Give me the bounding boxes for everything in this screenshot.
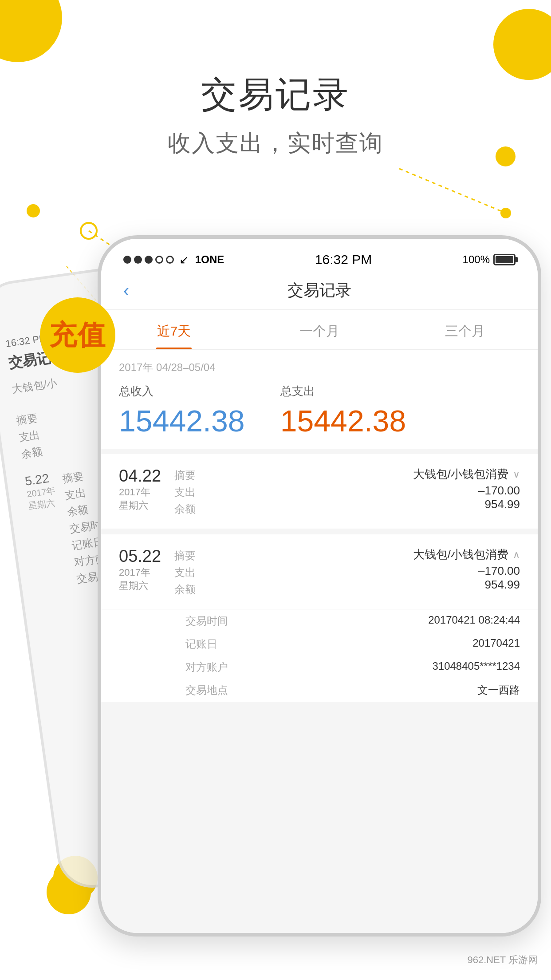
deco-circle-left-mid (27, 204, 40, 217)
battery-icon (493, 254, 516, 265)
trans-week-1: 星期六 (119, 499, 161, 512)
signal-dot-5 (166, 256, 174, 264)
expense-amount: 15442.38 (280, 403, 406, 438)
nav-bar: ‹ 交易记录 (101, 272, 538, 310)
detail-location-label: 交易地点 (185, 683, 228, 697)
label-expense-1: 支出 (174, 485, 196, 499)
detail-location: 交易地点 文一西路 (101, 679, 538, 702)
detail-counterpart-value: 31048405****1234 (432, 660, 520, 674)
label-expense-2: 支出 (174, 565, 196, 580)
transaction-section-2: 05.22 2017年 星期六 摘要 支出 余额 大钱包/小钱包消费 ∧ (101, 534, 538, 702)
trans-year-1: 2017年 (119, 486, 161, 499)
tab-1month[interactable]: 一个月 (247, 310, 392, 349)
detail-trans-time-value: 20170421 08:24:44 (428, 614, 520, 628)
status-right: 100% (463, 253, 516, 266)
chongzhi-badge[interactable]: 充值 (40, 297, 115, 373)
detail-account-date-value: 20170421 (472, 637, 520, 651)
trans-right-1: 大钱包/小钱包消费 ∨ –170.00 954.99 (413, 466, 520, 511)
transaction-row-1[interactable]: 04.22 2017年 星期六 摘要 支出 余额 大钱包/小钱包消费 ∨ (101, 454, 538, 529)
date-range-section: 2017年 04/28–05/04 总收入 15442.38 总支出 15442… (101, 350, 538, 449)
status-time: 16:32 PM (315, 252, 372, 267)
tab-bar: 近7天 一个月 三个月 (101, 310, 538, 350)
chevron-down-icon-1[interactable]: ∨ (513, 469, 520, 480)
label-summary-2: 摘要 (174, 549, 196, 563)
label-summary-1: 摘要 (174, 468, 196, 482)
detail-trans-time-label: 交易时间 (185, 614, 228, 628)
trans-day-1: 04.22 (119, 466, 161, 486)
trans-labels-2: 摘要 支出 余额 (174, 547, 196, 597)
income-summary: 总收入 15442.38 (119, 383, 245, 438)
trans-left-1: 04.22 2017年 星期六 摘要 支出 余额 (119, 466, 196, 516)
trans-right-2: 大钱包/小钱包消费 ∧ –170.00 954.99 (413, 547, 520, 592)
trans-amount-2: –170.00 (413, 564, 520, 578)
trans-date-1: 04.22 2017年 星期六 (119, 466, 161, 516)
status-left: ↙ 1ONE (123, 253, 224, 267)
trans-summary-text-1: 大钱包/小钱包消费 (413, 466, 508, 482)
signal-dot-2 (134, 256, 142, 264)
detail-trans-time: 交易时间 20170421 08:24:44 (101, 609, 538, 632)
watermark: 962.NET 乐游网 (467, 953, 538, 967)
sub-title: 收入支出，实时查询 (0, 128, 551, 159)
carrier-label: 1ONE (195, 253, 224, 266)
detail-account-date-label: 记账日 (185, 637, 217, 651)
trans-left-2: 05.22 2017年 星期六 摘要 支出 余额 (119, 547, 196, 597)
trans-labels-1: 摘要 支出 余额 (174, 466, 196, 516)
trans-summary-2: 大钱包/小钱包消费 ∧ (413, 547, 520, 562)
trans-balance-2: 954.99 (413, 578, 520, 592)
trans-balance-1: 954.99 (413, 498, 520, 511)
label-balance-1: 余额 (174, 502, 196, 516)
summary-row: 总收入 15442.38 总支出 15442.38 (119, 383, 520, 438)
title-area: 交易记录 收入支出，实时查询 (0, 71, 551, 159)
deco-circle-top-left (0, 0, 62, 62)
income-amount: 15442.38 (119, 403, 245, 438)
detail-counterpart: 对方账户 31048405****1234 (101, 656, 538, 679)
detail-account-date: 记账日 20170421 (101, 632, 538, 656)
detail-location-value: 文一西路 (477, 683, 520, 697)
status-bar: ↙ 1ONE 16:32 PM 100% (101, 239, 538, 272)
trans-summary-text-2: 大钱包/小钱包消费 (413, 547, 508, 562)
expense-summary: 总支出 15442.38 (280, 383, 406, 438)
svg-line-3 (399, 169, 506, 213)
trans-date-2: 05.22 2017年 星期六 (119, 547, 161, 597)
deco-circle-top-right (493, 9, 551, 80)
trans-summary-1: 大钱包/小钱包消费 ∨ (413, 466, 520, 482)
tab-7days[interactable]: 近7天 (101, 310, 247, 349)
income-label: 总收入 (119, 383, 245, 399)
svg-point-2 (500, 208, 511, 218)
content-area: 2017年 04/28–05/04 总收入 15442.38 总支出 15442… (101, 350, 538, 937)
signal-dot-3 (145, 256, 153, 264)
trans-year-2: 2017年 (119, 566, 161, 579)
label-balance-2: 余额 (174, 582, 196, 597)
chongzhi-label: 充值 (49, 316, 106, 354)
wifi-icon: ↙ (179, 253, 189, 267)
signal-dot-4 (155, 256, 163, 264)
main-title: 交易记录 (0, 71, 551, 119)
signal-dot-1 (123, 256, 131, 264)
battery-fill (496, 256, 513, 263)
transaction-row-2[interactable]: 05.22 2017年 星期六 摘要 支出 余额 大钱包/小钱包消费 ∧ (101, 534, 538, 609)
nav-title: 交易记录 (287, 280, 351, 301)
trans-amount-1: –170.00 (413, 484, 520, 498)
trans-week-2: 星期六 (119, 579, 161, 593)
trans-day-2: 05.22 (119, 547, 161, 566)
back-button[interactable]: ‹ (123, 281, 129, 300)
phone-main: ↙ 1ONE 16:32 PM 100% ‹ 交易记录 近7天 一个月 三个月 (98, 235, 541, 937)
detail-counterpart-label: 对方账户 (185, 660, 228, 674)
date-range-label: 2017年 04/28–05/04 (119, 360, 520, 375)
battery-percent: 100% (463, 253, 490, 266)
transaction-section-1: 04.22 2017年 星期六 摘要 支出 余额 大钱包/小钱包消费 ∨ (101, 454, 538, 529)
tab-3months[interactable]: 三个月 (392, 310, 538, 349)
trans-details-2: 交易时间 20170421 08:24:44 记账日 20170421 对方账户… (101, 609, 538, 702)
chevron-up-icon-2[interactable]: ∧ (513, 549, 520, 561)
svg-point-0 (81, 223, 97, 239)
expense-label: 总支出 (280, 383, 406, 399)
